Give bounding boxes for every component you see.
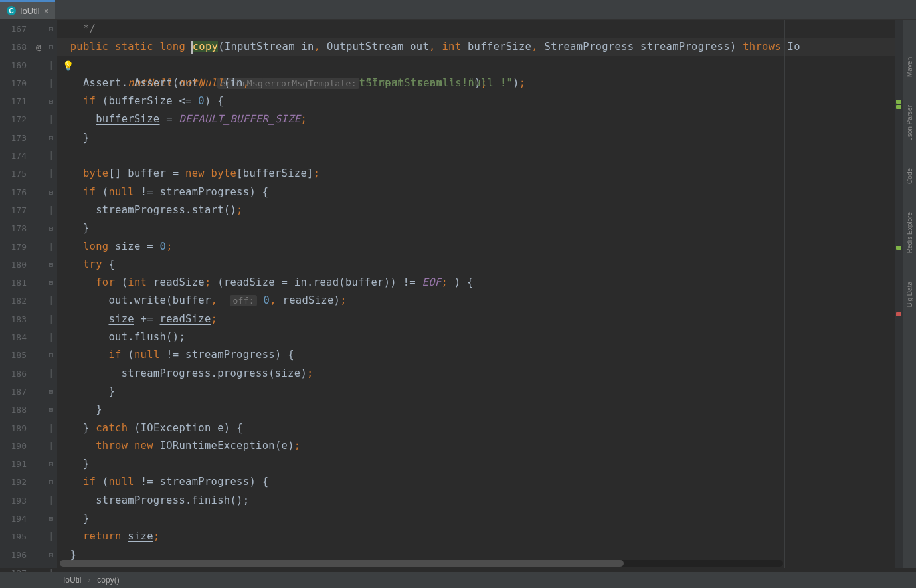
code-area[interactable]: ✔ */ public static long copy(InputStream…: [57, 20, 916, 568]
line-number[interactable]: 186: [0, 365, 27, 383]
fold-cell[interactable]: │: [45, 328, 57, 346]
fold-cell[interactable]: ⊟: [45, 256, 57, 274]
code-line[interactable]: bufferSize = DEFAULT_BUFFER_SIZE;: [57, 110, 916, 128]
code-line[interactable]: }: [57, 129, 916, 147]
line-number[interactable]: 178: [0, 219, 27, 237]
marker-ok[interactable]: [896, 100, 901, 104]
line-number[interactable]: 192: [0, 473, 27, 491]
fold-cell[interactable]: ⊡: [45, 510, 57, 528]
line-number[interactable]: 180: [0, 256, 27, 274]
code-line[interactable]: size += readSize;: [57, 310, 916, 328]
fold-cell[interactable]: │: [45, 110, 57, 128]
marker-ok[interactable]: [896, 105, 901, 109]
line-number[interactable]: 172: [0, 110, 27, 128]
line-number[interactable]: 193: [0, 492, 27, 510]
fold-cell[interactable]: │: [45, 292, 57, 310]
code-line[interactable]: try {: [57, 256, 916, 274]
line-number[interactable]: 183: [0, 310, 27, 328]
marker-error[interactable]: [896, 312, 901, 316]
line-number[interactable]: 188: [0, 401, 27, 419]
code-line[interactable]: 💡 Assert.notNull(in, errorMsgTemplate: "…: [57, 56, 916, 74]
code-line[interactable]: for (int readSize; (readSize = in.read(b…: [57, 274, 916, 292]
code-line[interactable]: [57, 147, 916, 165]
breadcrumb-method[interactable]: copy(): [97, 575, 119, 585]
line-number[interactable]: 176: [0, 183, 27, 201]
code-line[interactable]: throw new IORuntimeException(e);: [57, 437, 916, 455]
fold-cell[interactable]: │: [45, 492, 57, 510]
line-number[interactable]: 177: [0, 201, 27, 219]
line-number[interactable]: 182: [0, 292, 27, 310]
code-line[interactable]: }: [57, 383, 916, 401]
line-number[interactable]: 173: [0, 129, 27, 147]
fold-cell[interactable]: │: [45, 528, 57, 545]
close-icon[interactable]: ×: [44, 6, 49, 16]
fold-cell[interactable]: ⊡: [45, 383, 57, 401]
fold-cell[interactable]: ⊡: [45, 546, 57, 564]
code-line[interactable]: out.flush();: [57, 328, 916, 346]
breadcrumb-class[interactable]: IoUtil: [63, 575, 81, 585]
error-stripe[interactable]: [895, 20, 903, 568]
line-number[interactable]: 190: [0, 437, 27, 455]
code-line[interactable]: long size = 0;: [57, 238, 916, 256]
line-number[interactable]: 169: [0, 56, 27, 74]
code-line[interactable]: }: [57, 455, 916, 473]
code-line[interactable]: byte[] buffer = new byte[bufferSize];: [57, 165, 916, 183]
rail-btn[interactable]: Redis Explore: [905, 208, 915, 257]
fold-cell[interactable]: ⊟: [45, 473, 57, 491]
fold-cell[interactable]: │: [45, 165, 57, 183]
rail-btn[interactable]: Json Parser: [905, 101, 915, 144]
fold-cell[interactable]: │: [45, 201, 57, 219]
fold-cell[interactable]: ⊡: [45, 129, 57, 147]
code-line[interactable]: streamProgress.start();: [57, 201, 916, 219]
rail-btn[interactable]: Code: [905, 164, 915, 188]
horizontal-scrollbar[interactable]: [60, 560, 783, 567]
intention-bulb-icon[interactable]: 💡: [62, 57, 74, 75]
line-number[interactable]: 181: [0, 274, 27, 292]
line-number[interactable]: 191: [0, 455, 27, 473]
fold-gutter[interactable]: ⊡⊟││⊟│⊡││⊟│⊡│⊟⊟│││⊟│⊡⊡││⊡⊟│⊡│⊡│: [45, 20, 57, 568]
code-line[interactable]: }: [57, 510, 916, 528]
line-number[interactable]: 194: [0, 510, 27, 528]
line-number[interactable]: 185: [0, 346, 27, 364]
line-number[interactable]: 170: [0, 74, 27, 92]
fold-cell[interactable]: │: [45, 147, 57, 165]
file-tab[interactable]: C IoUtil ×: [0, 0, 55, 19]
marker-ok[interactable]: [896, 246, 901, 250]
fold-cell[interactable]: ⊟: [45, 274, 57, 292]
fold-cell[interactable]: │: [45, 56, 57, 74]
rail-btn[interactable]: Big Data: [905, 278, 915, 311]
line-number[interactable]: 187: [0, 383, 27, 401]
scrollbar-thumb[interactable]: [60, 560, 624, 567]
code-line[interactable]: }: [57, 219, 916, 237]
code-line[interactable]: out.write(buffer, off: 0, readSize);: [57, 292, 916, 310]
fold-cell[interactable]: ⊟: [45, 38, 57, 56]
line-number[interactable]: 174: [0, 147, 27, 165]
fold-cell[interactable]: │: [45, 437, 57, 455]
line-number[interactable]: 175: [0, 165, 27, 183]
fold-cell[interactable]: ⊟: [45, 346, 57, 364]
line-number[interactable]: 167: [0, 20, 27, 38]
line-number[interactable]: 171: [0, 92, 27, 110]
code-line-current[interactable]: public static long copy(InputStream in, …: [57, 38, 916, 56]
line-number[interactable]: 195: [0, 528, 27, 545]
code-line[interactable]: */: [57, 20, 916, 38]
code-line[interactable]: if (null != streamProgress) {: [57, 346, 916, 364]
code-line[interactable]: streamProgress.progress(size);: [57, 365, 916, 383]
fold-cell[interactable]: │: [45, 419, 57, 437]
fold-cell[interactable]: ⊡: [45, 455, 57, 473]
fold-cell[interactable]: ⊡: [45, 401, 57, 419]
fold-cell[interactable]: ⊡: [45, 20, 57, 38]
code-line[interactable]: }: [57, 401, 916, 419]
code-line[interactable]: if (bufferSize <= 0) {: [57, 92, 916, 110]
rail-btn[interactable]: Maven: [905, 53, 915, 81]
code-line[interactable]: } catch (IOException e) {: [57, 419, 916, 437]
line-number[interactable]: 179: [0, 238, 27, 256]
fold-cell[interactable]: ⊟: [45, 92, 57, 110]
code-line[interactable]: if (null != streamProgress) {: [57, 183, 916, 201]
fold-cell[interactable]: │: [45, 238, 57, 256]
code-line[interactable]: if (null != streamProgress) {: [57, 473, 916, 491]
fold-cell[interactable]: │: [45, 365, 57, 383]
fold-cell[interactable]: │: [45, 74, 57, 92]
code-line[interactable]: streamProgress.finish();: [57, 492, 916, 510]
code-line[interactable]: return size;: [57, 528, 916, 545]
